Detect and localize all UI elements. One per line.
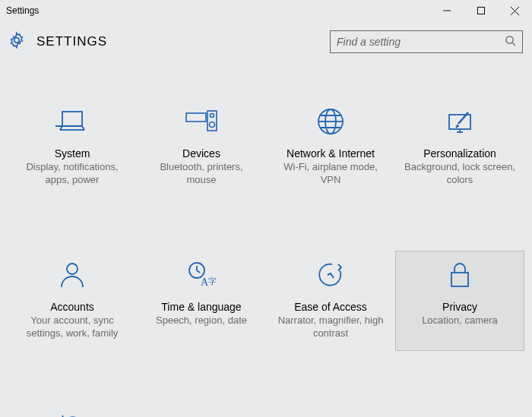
tile-subtitle: Location, camera bbox=[400, 314, 520, 327]
gear-icon bbox=[8, 31, 26, 52]
ease-of-access-icon bbox=[271, 257, 391, 293]
maximize-button[interactable] bbox=[464, 0, 498, 21]
svg-rect-9 bbox=[186, 113, 206, 122]
svg-point-15 bbox=[210, 122, 215, 128]
tile-subtitle: Speech, region, date bbox=[141, 314, 261, 327]
tile-accounts[interactable]: Accounts Your account, sync settings, wo… bbox=[8, 251, 137, 351]
lock-icon bbox=[400, 257, 520, 293]
tile-privacy[interactable]: Privacy Location, camera bbox=[395, 251, 524, 351]
tile-title: Privacy bbox=[400, 301, 520, 313]
header: SETTINGS bbox=[0, 21, 532, 62]
tile-devices[interactable]: Devices Bluetooth, printers, mouse bbox=[137, 97, 266, 197]
devices-icon bbox=[141, 103, 261, 140]
search-box[interactable] bbox=[330, 30, 523, 53]
tile-subtitle: Display, notifications, apps, power bbox=[12, 161, 132, 187]
tile-title: Accounts bbox=[12, 301, 132, 313]
svg-rect-7 bbox=[62, 112, 82, 126]
svg-point-4 bbox=[14, 38, 19, 43]
minimize-button[interactable] bbox=[429, 0, 464, 21]
svg-rect-26 bbox=[451, 273, 468, 286]
close-button[interactable] bbox=[498, 0, 532, 21]
time-language-icon: A 字 bbox=[141, 257, 261, 293]
svg-point-14 bbox=[211, 114, 214, 118]
svg-point-5 bbox=[506, 36, 513, 43]
tile-title: Personalization bbox=[400, 147, 520, 160]
tile-ease-of-access[interactable]: Ease of Access Narrator, magnifier, high… bbox=[266, 251, 395, 351]
svg-text:字: 字 bbox=[208, 276, 217, 286]
tile-system[interactable]: System Display, notifications, apps, pow… bbox=[8, 97, 137, 197]
window-title: Settings bbox=[6, 5, 39, 16]
update-icon bbox=[12, 410, 132, 417]
svg-line-6 bbox=[512, 43, 515, 46]
tile-personalization[interactable]: Personalization Background, lock screen,… bbox=[395, 97, 524, 197]
window-titlebar: Settings bbox=[0, 0, 532, 21]
svg-rect-1 bbox=[477, 8, 484, 14]
tile-subtitle: Narrator, magnifier, high contrast bbox=[271, 314, 391, 340]
tile-subtitle: Your account, sync settings, work, famil… bbox=[12, 314, 132, 340]
personalization-icon bbox=[400, 103, 520, 140]
tile-title: Ease of Access bbox=[271, 301, 391, 313]
tile-time-language[interactable]: A 字 Time & language Speech, region, date bbox=[137, 251, 266, 351]
tile-title: Network & Internet bbox=[271, 147, 391, 160]
tile-network[interactable]: Network & Internet Wi-Fi, airplane mode,… bbox=[266, 97, 395, 197]
tile-subtitle: Bluetooth, printers, mouse bbox=[141, 161, 261, 187]
tile-subtitle: Background, lock screen, colors bbox=[400, 161, 520, 187]
settings-grid: System Display, notifications, apps, pow… bbox=[0, 62, 532, 417]
tile-title: System bbox=[12, 147, 132, 160]
globe-icon bbox=[271, 103, 391, 140]
tile-title: Devices bbox=[141, 147, 261, 160]
laptop-icon bbox=[12, 103, 132, 140]
header-left: SETTINGS bbox=[8, 31, 107, 52]
person-icon bbox=[12, 257, 132, 293]
tile-update-security[interactable]: Update & security bbox=[8, 404, 137, 417]
search-icon bbox=[505, 35, 516, 49]
svg-point-22 bbox=[67, 264, 78, 274]
search-input[interactable] bbox=[337, 36, 505, 48]
tile-subtitle: Wi-Fi, airplane mode, VPN bbox=[271, 161, 391, 187]
page-title: SETTINGS bbox=[36, 34, 107, 49]
window-controls bbox=[429, 0, 532, 21]
tile-title: Time & language bbox=[141, 301, 261, 313]
